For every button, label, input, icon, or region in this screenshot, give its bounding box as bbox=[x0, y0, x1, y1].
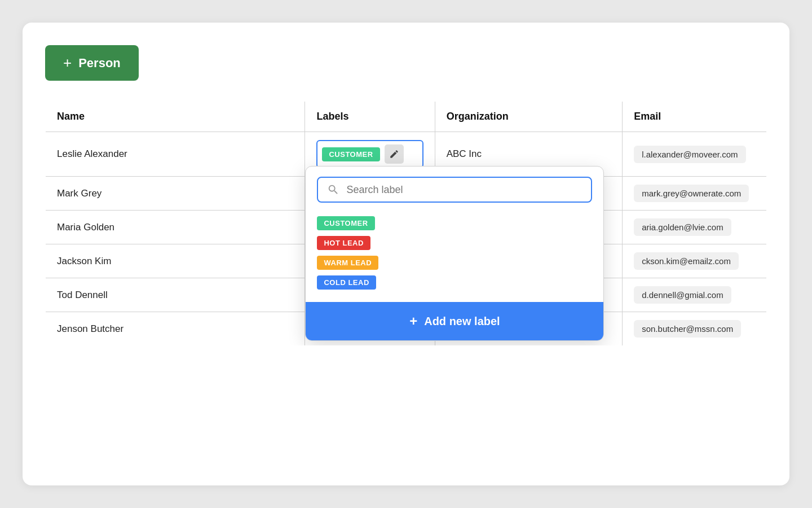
search-row bbox=[306, 167, 603, 211]
search-label-input[interactable] bbox=[346, 184, 582, 196]
col-header-email: Email bbox=[623, 102, 767, 132]
contact-email: d.dennell@gmial.com bbox=[623, 278, 767, 312]
add-person-plus: + bbox=[63, 54, 72, 72]
contact-email: l.alexander@moveer.com bbox=[623, 132, 767, 177]
col-header-org: Organization bbox=[435, 102, 623, 132]
add-label-plus: + bbox=[409, 313, 417, 329]
label-dropdown: CUSTOMERHOT LEADWARM LEADCOLD LEAD+Add n… bbox=[305, 166, 604, 341]
contact-labels-cell[interactable]: CUSTOMERCUSTOMERHOT LEADWARM LEADCOLD LE… bbox=[305, 132, 435, 177]
contact-email: ckson.kim@emailz.com bbox=[623, 244, 767, 278]
email-badge: aria.golden@lvie.com bbox=[634, 218, 731, 236]
label-option-customer: CUSTOMER bbox=[317, 216, 374, 230]
col-header-name: Name bbox=[46, 102, 305, 132]
label-cell-content[interactable]: CUSTOMER bbox=[316, 140, 423, 168]
email-badge: d.dennell@gmial.com bbox=[634, 286, 731, 304]
contact-name: Maria Golden bbox=[46, 211, 305, 244]
add-person-button[interactable]: + Person bbox=[45, 45, 139, 81]
label-option[interactable]: WARM LEAD bbox=[317, 256, 378, 270]
label-option[interactable]: CUSTOMER bbox=[317, 216, 374, 230]
label-badge-customer: CUSTOMER bbox=[322, 147, 379, 161]
email-badge: l.alexander@moveer.com bbox=[634, 146, 745, 163]
label-option[interactable]: COLD LEAD bbox=[317, 275, 376, 290]
label-option-cold-lead: COLD LEAD bbox=[317, 275, 376, 290]
main-card: + Person Name Labels Organization Email … bbox=[23, 23, 789, 485]
contact-email: mark.grey@ownerate.com bbox=[623, 177, 767, 211]
email-badge: mark.grey@ownerate.com bbox=[634, 185, 749, 202]
label-option[interactable]: HOT LEAD bbox=[317, 236, 370, 250]
contacts-table: Name Labels Organization Email Leslie Al… bbox=[45, 101, 767, 346]
label-options-list: CUSTOMERHOT LEADWARM LEADCOLD LEAD bbox=[306, 211, 603, 300]
contact-name: Tod Dennell bbox=[46, 278, 305, 312]
table-row: Leslie AlexanderCUSTOMERCUSTOMERHOT LEAD… bbox=[46, 132, 767, 177]
label-option-warm-lead: WARM LEAD bbox=[317, 256, 378, 270]
email-badge: ckson.kim@emailz.com bbox=[634, 252, 739, 270]
search-input-wrap bbox=[317, 177, 592, 203]
add-person-label: Person bbox=[78, 56, 121, 71]
email-badge: son.butcher@mssn.com bbox=[634, 320, 741, 338]
col-header-labels: Labels bbox=[305, 102, 435, 132]
edit-label-button[interactable] bbox=[385, 144, 404, 164]
contact-name: Jenson Butcher bbox=[46, 312, 305, 346]
contact-name: Leslie Alexander bbox=[46, 132, 305, 177]
contact-name: Mark Grey bbox=[46, 177, 305, 211]
contact-name: Jackson Kim bbox=[46, 244, 305, 278]
label-option-hot-lead: HOT LEAD bbox=[317, 236, 370, 250]
contact-email: son.butcher@mssn.com bbox=[623, 312, 767, 346]
add-new-label-button[interactable]: +Add new label bbox=[306, 302, 603, 340]
search-icon bbox=[327, 183, 339, 196]
contact-email: aria.golden@lvie.com bbox=[623, 211, 767, 244]
add-label-text: Add new label bbox=[424, 315, 500, 328]
